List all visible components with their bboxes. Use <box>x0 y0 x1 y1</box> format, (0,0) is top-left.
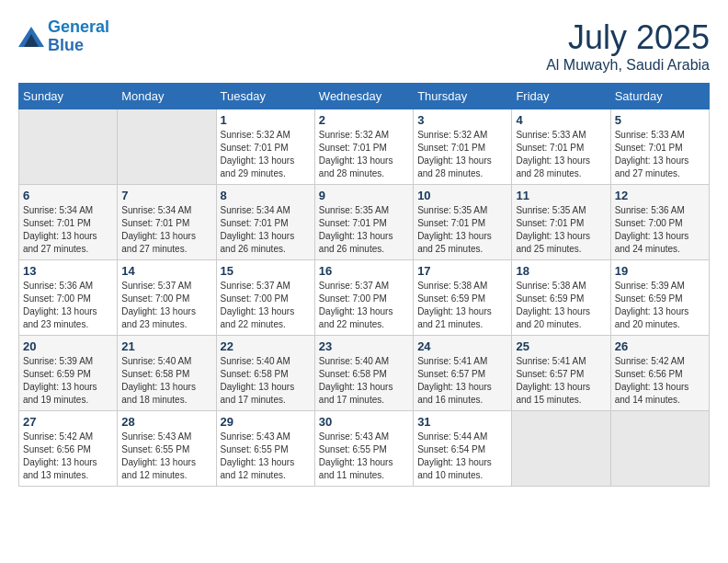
calendar-cell <box>610 411 709 487</box>
calendar-cell: 15Sunrise: 5:37 AM Sunset: 7:00 PM Dayli… <box>216 260 314 336</box>
day-info: Sunrise: 5:39 AM Sunset: 6:59 PM Dayligh… <box>615 280 705 331</box>
day-info: Sunrise: 5:34 AM Sunset: 7:01 PM Dayligh… <box>121 204 211 256</box>
calendar-week-row: 1Sunrise: 5:32 AM Sunset: 7:01 PM Daylig… <box>19 109 710 185</box>
day-info: Sunrise: 5:34 AM Sunset: 7:01 PM Dayligh… <box>23 204 113 256</box>
day-number: 28 <box>121 415 211 429</box>
day-info: Sunrise: 5:36 AM Sunset: 7:00 PM Dayligh… <box>615 204 705 256</box>
day-info: Sunrise: 5:43 AM Sunset: 6:55 PM Dayligh… <box>121 431 211 482</box>
day-number: 12 <box>615 189 705 202</box>
calendar-cell: 23Sunrise: 5:40 AM Sunset: 6:58 PM Dayli… <box>314 336 413 411</box>
calendar-week-row: 13Sunrise: 5:36 AM Sunset: 7:00 PM Dayli… <box>19 260 710 336</box>
day-number: 22 <box>221 339 311 353</box>
calendar-cell: 16Sunrise: 5:37 AM Sunset: 7:00 PM Dayli… <box>314 260 413 336</box>
calendar-cell: 3Sunrise: 5:32 AM Sunset: 7:01 PM Daylig… <box>414 109 512 185</box>
day-number: 3 <box>417 113 507 127</box>
day-number: 10 <box>417 189 507 202</box>
day-number: 23 <box>319 339 409 353</box>
calendar-cell: 17Sunrise: 5:38 AM Sunset: 6:59 PM Dayli… <box>414 260 512 336</box>
calendar-cell: 4Sunrise: 5:33 AM Sunset: 7:01 PM Daylig… <box>512 109 610 185</box>
weekday-header-tuesday: Tuesday <box>216 84 314 109</box>
weekday-header-wednesday: Wednesday <box>314 84 413 109</box>
logo: General Blue <box>18 18 109 55</box>
day-number: 25 <box>516 339 606 353</box>
calendar-week-row: 6Sunrise: 5:34 AM Sunset: 7:01 PM Daylig… <box>19 185 710 260</box>
logo-line2: Blue <box>48 36 84 54</box>
calendar-header-row: SundayMondayTuesdayWednesdayThursdayFrid… <box>19 84 710 109</box>
day-info: Sunrise: 5:36 AM Sunset: 7:00 PM Dayligh… <box>23 280 113 331</box>
weekday-header-thursday: Thursday <box>414 84 512 109</box>
logo-line1: General <box>48 17 109 36</box>
day-info: Sunrise: 5:32 AM Sunset: 7:01 PM Dayligh… <box>319 129 409 180</box>
calendar-cell: 12Sunrise: 5:36 AM Sunset: 7:00 PM Dayli… <box>610 185 709 260</box>
page-header: General Blue July 2025 Al Muwayh, Saudi … <box>18 18 710 74</box>
day-number: 19 <box>615 264 705 278</box>
day-info: Sunrise: 5:37 AM Sunset: 7:00 PM Dayligh… <box>121 280 211 331</box>
weekday-header-sunday: Sunday <box>19 84 118 109</box>
day-number: 1 <box>221 113 311 127</box>
calendar-cell: 24Sunrise: 5:41 AM Sunset: 6:57 PM Dayli… <box>414 336 512 411</box>
calendar-week-row: 27Sunrise: 5:42 AM Sunset: 6:56 PM Dayli… <box>19 411 710 487</box>
day-number: 9 <box>319 189 409 202</box>
calendar-cell: 11Sunrise: 5:35 AM Sunset: 7:01 PM Dayli… <box>512 185 610 260</box>
calendar-cell: 10Sunrise: 5:35 AM Sunset: 7:01 PM Dayli… <box>414 185 512 260</box>
day-number: 4 <box>516 113 606 127</box>
day-info: Sunrise: 5:37 AM Sunset: 7:00 PM Dayligh… <box>221 280 311 331</box>
calendar-cell: 8Sunrise: 5:34 AM Sunset: 7:01 PM Daylig… <box>216 185 314 260</box>
day-info: Sunrise: 5:33 AM Sunset: 7:01 PM Dayligh… <box>516 129 606 180</box>
day-number: 11 <box>516 189 606 202</box>
day-number: 6 <box>23 189 113 202</box>
day-info: Sunrise: 5:37 AM Sunset: 7:00 PM Dayligh… <box>319 280 409 331</box>
calendar-cell: 13Sunrise: 5:36 AM Sunset: 7:00 PM Dayli… <box>19 260 118 336</box>
day-info: Sunrise: 5:41 AM Sunset: 6:57 PM Dayligh… <box>417 355 507 407</box>
day-number: 27 <box>23 415 113 429</box>
logo-icon <box>18 27 44 47</box>
day-number: 5 <box>615 113 705 127</box>
calendar-cell: 31Sunrise: 5:44 AM Sunset: 6:54 PM Dayli… <box>414 411 512 487</box>
calendar-cell: 25Sunrise: 5:41 AM Sunset: 6:57 PM Dayli… <box>512 336 610 411</box>
day-number: 31 <box>417 415 507 429</box>
day-info: Sunrise: 5:44 AM Sunset: 6:54 PM Dayligh… <box>417 431 507 482</box>
day-info: Sunrise: 5:41 AM Sunset: 6:57 PM Dayligh… <box>516 355 606 407</box>
day-number: 17 <box>417 264 507 278</box>
calendar-cell <box>512 411 610 487</box>
title-block: July 2025 Al Muwayh, Saudi Arabia <box>546 18 710 74</box>
calendar-cell: 9Sunrise: 5:35 AM Sunset: 7:01 PM Daylig… <box>314 185 413 260</box>
calendar-cell: 7Sunrise: 5:34 AM Sunset: 7:01 PM Daylig… <box>118 185 216 260</box>
location-subtitle: Al Muwayh, Saudi Arabia <box>546 57 710 74</box>
calendar-week-row: 20Sunrise: 5:39 AM Sunset: 6:59 PM Dayli… <box>19 336 710 411</box>
day-number: 14 <box>121 264 211 278</box>
weekday-header-friday: Friday <box>512 84 610 109</box>
day-info: Sunrise: 5:35 AM Sunset: 7:01 PM Dayligh… <box>516 204 606 256</box>
weekday-header-saturday: Saturday <box>610 84 709 109</box>
calendar-cell: 30Sunrise: 5:43 AM Sunset: 6:55 PM Dayli… <box>314 411 413 487</box>
day-number: 26 <box>615 339 705 353</box>
day-info: Sunrise: 5:42 AM Sunset: 6:56 PM Dayligh… <box>615 355 705 407</box>
day-info: Sunrise: 5:40 AM Sunset: 6:58 PM Dayligh… <box>121 355 211 407</box>
day-info: Sunrise: 5:43 AM Sunset: 6:55 PM Dayligh… <box>319 431 409 482</box>
day-number: 24 <box>417 339 507 353</box>
day-info: Sunrise: 5:34 AM Sunset: 7:01 PM Dayligh… <box>221 204 311 256</box>
logo-text: General Blue <box>48 18 109 55</box>
day-info: Sunrise: 5:35 AM Sunset: 7:01 PM Dayligh… <box>319 204 409 256</box>
day-info: Sunrise: 5:39 AM Sunset: 6:59 PM Dayligh… <box>23 355 113 407</box>
day-number: 18 <box>516 264 606 278</box>
calendar-cell <box>19 109 118 185</box>
day-info: Sunrise: 5:33 AM Sunset: 7:01 PM Dayligh… <box>615 129 705 180</box>
calendar-cell: 20Sunrise: 5:39 AM Sunset: 6:59 PM Dayli… <box>19 336 118 411</box>
day-info: Sunrise: 5:40 AM Sunset: 6:58 PM Dayligh… <box>221 355 311 407</box>
day-number: 29 <box>221 415 311 429</box>
day-info: Sunrise: 5:32 AM Sunset: 7:01 PM Dayligh… <box>221 129 311 180</box>
day-number: 2 <box>319 113 409 127</box>
calendar-cell: 14Sunrise: 5:37 AM Sunset: 7:00 PM Dayli… <box>118 260 216 336</box>
day-info: Sunrise: 5:38 AM Sunset: 6:59 PM Dayligh… <box>516 280 606 331</box>
calendar-cell: 6Sunrise: 5:34 AM Sunset: 7:01 PM Daylig… <box>19 185 118 260</box>
calendar-cell: 29Sunrise: 5:43 AM Sunset: 6:55 PM Dayli… <box>216 411 314 487</box>
day-info: Sunrise: 5:40 AM Sunset: 6:58 PM Dayligh… <box>319 355 409 407</box>
calendar-cell: 2Sunrise: 5:32 AM Sunset: 7:01 PM Daylig… <box>314 109 413 185</box>
day-info: Sunrise: 5:32 AM Sunset: 7:01 PM Dayligh… <box>417 129 507 180</box>
calendar-cell: 5Sunrise: 5:33 AM Sunset: 7:01 PM Daylig… <box>610 109 709 185</box>
calendar-table: SundayMondayTuesdayWednesdayThursdayFrid… <box>18 83 710 487</box>
day-info: Sunrise: 5:43 AM Sunset: 6:55 PM Dayligh… <box>221 431 311 482</box>
calendar-cell <box>118 109 216 185</box>
day-number: 16 <box>319 264 409 278</box>
